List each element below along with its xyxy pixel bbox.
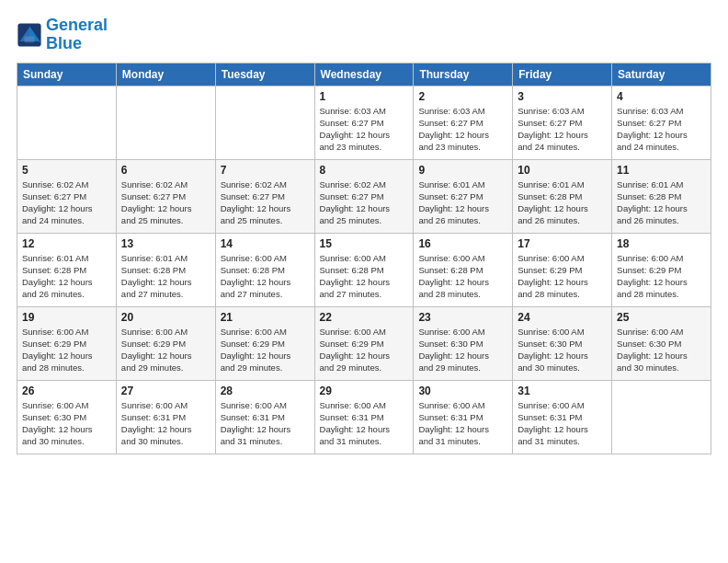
calendar-table: SundayMondayTuesdayWednesdayThursdayFrid… [17, 63, 711, 454]
weekday-header-friday: Friday [513, 63, 612, 86]
day-number: 2 [418, 90, 507, 103]
day-info: Sunrise: 6:01 AM Sunset: 6:28 PM Dayligh… [617, 178, 706, 227]
svg-rect-3 [24, 36, 34, 42]
day-number: 26 [22, 385, 111, 397]
calendar-cell: 10Sunrise: 6:01 AM Sunset: 6:28 PM Dayli… [513, 159, 612, 233]
calendar-cell: 16Sunrise: 6:00 AM Sunset: 6:28 PM Dayli… [414, 233, 513, 306]
day-number: 18 [617, 237, 706, 250]
day-number: 14 [221, 237, 310, 250]
day-info: Sunrise: 6:02 AM Sunset: 6:27 PM Dayligh… [221, 178, 310, 227]
day-info: Sunrise: 6:01 AM Sunset: 6:28 PM Dayligh… [518, 178, 607, 227]
day-number: 22 [320, 311, 409, 324]
day-number: 5 [22, 164, 111, 177]
day-info: Sunrise: 6:00 AM Sunset: 6:31 PM Dayligh… [418, 399, 507, 448]
day-info: Sunrise: 6:00 AM Sunset: 6:29 PM Dayligh… [617, 252, 706, 301]
day-info: Sunrise: 6:01 AM Sunset: 6:28 PM Dayligh… [22, 252, 111, 301]
calendar-cell: 6Sunrise: 6:02 AM Sunset: 6:27 PM Daylig… [116, 159, 215, 233]
day-number: 1 [320, 90, 409, 103]
calendar-cell: 8Sunrise: 6:02 AM Sunset: 6:27 PM Daylig… [314, 159, 414, 233]
calendar-week-row: 26Sunrise: 6:00 AM Sunset: 6:30 PM Dayli… [17, 380, 711, 454]
day-info: Sunrise: 6:00 AM Sunset: 6:28 PM Dayligh… [320, 252, 409, 301]
day-info: Sunrise: 6:01 AM Sunset: 6:28 PM Dayligh… [121, 252, 210, 301]
calendar-cell: 4Sunrise: 6:03 AM Sunset: 6:27 PM Daylig… [612, 86, 711, 159]
day-info: Sunrise: 6:00 AM Sunset: 6:31 PM Dayligh… [221, 399, 310, 448]
calendar-cell: 19Sunrise: 6:00 AM Sunset: 6:29 PM Dayli… [17, 306, 117, 380]
day-info: Sunrise: 6:00 AM Sunset: 6:29 PM Dayligh… [121, 326, 210, 374]
calendar-cell: 12Sunrise: 6:01 AM Sunset: 6:28 PM Dayli… [17, 233, 117, 306]
weekday-header-wednesday: Wednesday [314, 63, 414, 86]
calendar-cell: 11Sunrise: 6:01 AM Sunset: 6:28 PM Dayli… [612, 159, 711, 233]
day-info: Sunrise: 6:00 AM Sunset: 6:29 PM Dayligh… [22, 326, 111, 374]
day-number: 9 [418, 164, 507, 177]
day-info: Sunrise: 6:02 AM Sunset: 6:27 PM Dayligh… [121, 178, 210, 227]
day-number: 13 [121, 237, 210, 250]
calendar-cell: 25Sunrise: 6:00 AM Sunset: 6:30 PM Dayli… [612, 306, 711, 380]
calendar-week-row: 5Sunrise: 6:02 AM Sunset: 6:27 PM Daylig… [17, 159, 711, 233]
calendar-week-row: 19Sunrise: 6:00 AM Sunset: 6:29 PM Dayli… [17, 306, 711, 380]
day-info: Sunrise: 6:03 AM Sunset: 6:27 PM Dayligh… [320, 105, 409, 154]
day-number: 28 [221, 385, 310, 397]
day-number: 30 [418, 385, 507, 397]
day-number: 7 [221, 164, 310, 177]
day-info: Sunrise: 6:00 AM Sunset: 6:29 PM Dayligh… [221, 326, 310, 374]
day-number: 3 [518, 90, 607, 103]
day-info: Sunrise: 6:03 AM Sunset: 6:27 PM Dayligh… [617, 105, 706, 154]
weekday-header-row: SundayMondayTuesdayWednesdayThursdayFrid… [17, 63, 711, 86]
day-number: 29 [320, 385, 409, 397]
calendar-cell: 20Sunrise: 6:00 AM Sunset: 6:29 PM Dayli… [116, 306, 215, 380]
calendar-cell [612, 380, 711, 454]
calendar-cell: 24Sunrise: 6:00 AM Sunset: 6:30 PM Dayli… [513, 306, 612, 380]
calendar-cell: 30Sunrise: 6:00 AM Sunset: 6:31 PM Dayli… [414, 380, 513, 454]
calendar-cell: 21Sunrise: 6:00 AM Sunset: 6:29 PM Dayli… [215, 306, 314, 380]
day-info: Sunrise: 6:00 AM Sunset: 6:29 PM Dayligh… [320, 326, 409, 374]
calendar-cell: 31Sunrise: 6:00 AM Sunset: 6:31 PM Dayli… [513, 380, 612, 454]
calendar-cell [215, 86, 314, 159]
weekday-header-tuesday: Tuesday [215, 63, 314, 86]
day-number: 11 [617, 164, 706, 177]
calendar-cell: 9Sunrise: 6:01 AM Sunset: 6:27 PM Daylig… [414, 159, 513, 233]
day-info: Sunrise: 6:00 AM Sunset: 6:31 PM Dayligh… [121, 399, 210, 448]
calendar-cell: 28Sunrise: 6:00 AM Sunset: 6:31 PM Dayli… [215, 380, 314, 454]
calendar-cell: 7Sunrise: 6:02 AM Sunset: 6:27 PM Daylig… [215, 159, 314, 233]
calendar-cell: 5Sunrise: 6:02 AM Sunset: 6:27 PM Daylig… [17, 159, 117, 233]
day-number: 27 [121, 385, 210, 397]
weekday-header-sunday: Sunday [17, 63, 117, 86]
calendar-cell: 1Sunrise: 6:03 AM Sunset: 6:27 PM Daylig… [314, 86, 414, 159]
day-number: 23 [418, 311, 507, 324]
calendar-cell: 15Sunrise: 6:00 AM Sunset: 6:28 PM Dayli… [314, 233, 414, 306]
day-number: 8 [320, 164, 409, 177]
calendar-week-row: 12Sunrise: 6:01 AM Sunset: 6:28 PM Dayli… [17, 233, 711, 306]
calendar-cell [116, 86, 215, 159]
page: GeneralBlue SundayMondayTuesdayWednesday… [0, 0, 728, 563]
day-info: Sunrise: 6:00 AM Sunset: 6:31 PM Dayligh… [518, 399, 607, 448]
calendar-week-row: 1Sunrise: 6:03 AM Sunset: 6:27 PM Daylig… [17, 86, 711, 159]
day-info: Sunrise: 6:02 AM Sunset: 6:27 PM Dayligh… [320, 178, 409, 227]
calendar-cell: 22Sunrise: 6:00 AM Sunset: 6:29 PM Dayli… [314, 306, 414, 380]
calendar-cell: 13Sunrise: 6:01 AM Sunset: 6:28 PM Dayli… [116, 233, 215, 306]
calendar-cell: 2Sunrise: 6:03 AM Sunset: 6:27 PM Daylig… [414, 86, 513, 159]
day-number: 24 [518, 311, 607, 324]
day-number: 10 [518, 164, 607, 177]
logo-icon [17, 22, 42, 48]
calendar-cell: 29Sunrise: 6:00 AM Sunset: 6:31 PM Dayli… [314, 380, 414, 454]
calendar-cell: 3Sunrise: 6:03 AM Sunset: 6:27 PM Daylig… [513, 86, 612, 159]
day-info: Sunrise: 6:00 AM Sunset: 6:28 PM Dayligh… [418, 252, 507, 301]
calendar-cell [17, 86, 117, 159]
day-info: Sunrise: 6:01 AM Sunset: 6:27 PM Dayligh… [418, 178, 507, 227]
day-info: Sunrise: 6:00 AM Sunset: 6:30 PM Dayligh… [518, 326, 607, 374]
weekday-header-monday: Monday [116, 63, 215, 86]
day-number: 16 [418, 237, 507, 250]
calendar-cell: 14Sunrise: 6:00 AM Sunset: 6:28 PM Dayli… [215, 233, 314, 306]
day-info: Sunrise: 6:03 AM Sunset: 6:27 PM Dayligh… [418, 105, 507, 154]
calendar-cell: 17Sunrise: 6:00 AM Sunset: 6:29 PM Dayli… [513, 233, 612, 306]
weekday-header-saturday: Saturday [612, 63, 711, 86]
day-number: 19 [22, 311, 111, 324]
logo-text: GeneralBlue [46, 17, 108, 53]
day-number: 15 [320, 237, 409, 250]
day-info: Sunrise: 6:02 AM Sunset: 6:27 PM Dayligh… [22, 178, 111, 227]
day-number: 31 [518, 385, 607, 397]
day-number: 17 [518, 237, 607, 250]
day-number: 6 [121, 164, 210, 177]
day-number: 12 [22, 237, 111, 250]
day-number: 21 [221, 311, 310, 324]
